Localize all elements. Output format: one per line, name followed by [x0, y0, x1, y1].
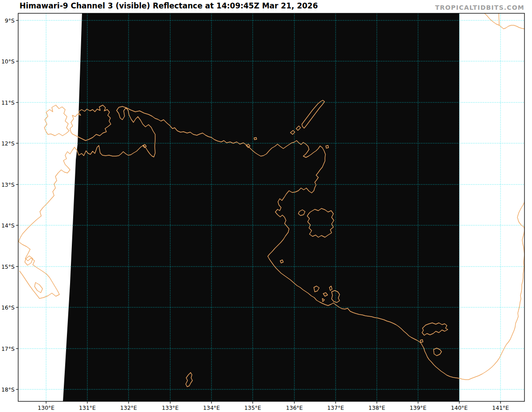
- longitude-tick-label: 133°E: [162, 404, 179, 411]
- latitude-tick-label: 15°S: [1, 263, 15, 270]
- latitude-tick-label: 17°S: [1, 345, 15, 352]
- latitude-tick-label: 13°S: [1, 181, 15, 188]
- kimberley-islet-south-coastline: [35, 283, 43, 293]
- satellite-swath-region: [63, 13, 459, 401]
- latitude-tick-label: 18°S: [1, 386, 15, 393]
- longitude-tick-label: 141°E: [492, 404, 509, 411]
- kimberley-coast-coastline: [19, 147, 74, 298]
- latitude-tick-label: 16°S: [1, 304, 15, 311]
- latitude-tick-label: 10°S: [1, 58, 15, 65]
- longitude-tick-label: 130°E: [38, 404, 55, 411]
- new-guinea-border-line-coastline: [499, 13, 499, 25]
- longitude-tick-label: 135°E: [244, 404, 261, 411]
- satellite-map: 130°E131°E132°E133°E134°E135°E136°E137°E…: [0, 0, 532, 412]
- longitude-tick-label: 139°E: [410, 404, 426, 411]
- longitude-tick-label: 131°E: [79, 404, 96, 411]
- latitude-tick-label: 12°S: [1, 140, 15, 147]
- longitude-tick-label: 138°E: [368, 404, 385, 411]
- longitude-tick-label: 134°E: [203, 404, 220, 411]
- longitude-tick-label: 140°E: [451, 404, 468, 411]
- bathurst-island-coastline: [44, 105, 69, 136]
- latitude-tick-label: 9°S: [5, 17, 15, 24]
- satellite-image-page: Himawari-9 Channel 3 (visible) Reflectan…: [0, 0, 532, 412]
- longitude-tick-label: 137°E: [327, 404, 344, 411]
- longitude-tick-label: 132°E: [120, 404, 137, 411]
- new-guinea-coast-coastline: [485, 13, 524, 29]
- longitude-tick-label: 136°E: [286, 404, 303, 411]
- latitude-tick-label: 14°S: [1, 222, 15, 229]
- latitude-tick-label: 11°S: [1, 99, 15, 106]
